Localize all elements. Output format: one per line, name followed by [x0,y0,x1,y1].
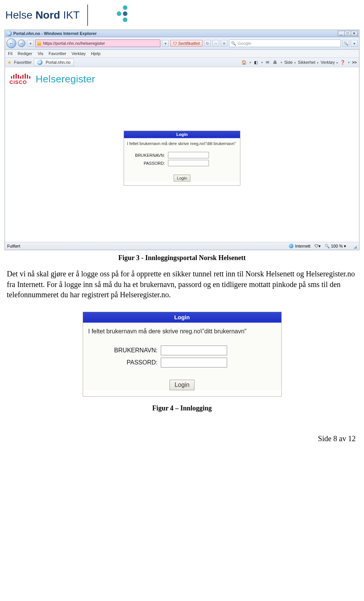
figure-4-caption: Figur 4 – Innlogging [0,404,364,412]
stop-button[interactable]: ✕ [221,40,228,47]
certificate-error-label: Sertifikatfeil [178,41,200,46]
favorites-label[interactable]: Favoritter [14,60,31,65]
print-icon[interactable]: 🖶 [273,60,278,65]
brand-divider [87,5,88,26]
shield-icon: 🛡 [173,41,177,46]
toolbar-side[interactable]: Side ▾ [284,60,296,65]
login-title: Login [124,131,240,138]
page-header: CISCO Helseregister [9,73,355,85]
tab-label: Portal.nhn.no [46,60,70,65]
address-dropdown-button[interactable]: ▾ [162,40,169,47]
page-title: Helseregister [36,73,95,85]
login-button[interactable]: Login [174,175,191,181]
home-icon[interactable]: 🏠 [242,60,247,65]
lock-icon [37,41,41,46]
refresh-button[interactable]: ↻ [204,40,211,47]
protected-mode-icon: 🛡▾ [314,244,321,249]
window-buttons: _ □ ✕ [338,31,358,36]
login-title-large: Login [83,312,281,323]
toolbar-verktoy[interactable]: Verktøy ▾ [321,60,338,65]
login-box-large: Login I feltet brukernavn må dere skrive… [83,312,282,397]
certificate-error-button[interactable]: 🛡 Sertifikatfeil [170,40,202,47]
window-title: Portal.nhn.no - Windows Internet Explore… [13,31,97,36]
status-bar: Fullført Internett 🛡▾ 🔍 100 % ▾ [5,242,359,250]
zoom-control[interactable]: 🔍 100 % ▾ [325,244,346,249]
titlebar: Portal.nhn.no - Windows Internet Explore… [5,30,359,37]
menu-verktoy[interactable]: Verktøy [72,51,86,56]
login-instruction-large: I feltet brukernavn må dere skrive nreg.… [83,323,281,342]
browser-tab[interactable]: Portal.nhn.no [34,58,74,66]
password-label: PASSORD: [132,161,168,166]
ie-icon [37,60,42,65]
maximize-button[interactable]: □ [344,31,351,36]
menu-bar: Fil Rediger Vis Favoritter Verktøy Hjelp [5,50,359,58]
favorites-star-icon[interactable]: ★ [7,60,12,65]
username-input-large[interactable] [161,345,227,355]
username-label: BRUKERNAVN: [132,153,168,158]
login-box-small: Login I feltet brukernavn må dere skrive… [124,131,240,186]
figure-3-caption: Figur 3 - Innloggingsportal Norsk Helsen… [0,254,364,262]
help-icon[interactable]: ❓ [340,60,345,65]
address-bar[interactable] [35,39,160,47]
zone-label: Internett [295,244,310,248]
forward-button[interactable]: → [18,39,25,47]
password-label-large: PASSORD: [98,359,161,366]
brand-dots-icon [108,4,131,27]
minimize-button[interactable]: _ [338,31,345,36]
nav-bar: ← → ▾ ▾ 🛡 Sertifikatfeil ↻ → ✕ 🔍 Google … [5,37,359,50]
username-input[interactable] [168,152,209,158]
page-content: CISCO Helseregister Login I feltet bruke… [5,67,359,242]
search-box[interactable]: 🔍 Google [229,39,341,47]
back-button[interactable]: ← [6,38,16,48]
menu-vis[interactable]: Vis [38,51,43,56]
globe-icon [289,244,293,248]
cisco-logo: CISCO [9,74,30,85]
password-input[interactable] [168,160,209,166]
search-icon: 🔍 [231,41,238,46]
password-input-large[interactable] [161,358,227,368]
body-paragraph: Det vi nå skal gjøre er å logge oss på f… [0,269,364,300]
toolbar-right: 🏠▾ ◧▾ ✉ 🖶▾ Side ▾ Sikkerhet ▾ Verktøy ▾ … [242,60,357,65]
status-text: Fullført [7,244,20,248]
login-button-large[interactable]: Login [169,380,194,390]
ie-icon [6,31,12,36]
toolbar-more[interactable]: >> [352,60,357,65]
brand-text-3: IKT [60,9,80,21]
brand-logo: Helse Nord IKT [5,9,80,21]
username-label-large: BRUKERNAVN: [98,347,161,354]
resize-grip[interactable] [351,243,357,249]
search-placeholder: Google [238,41,251,46]
history-dropdown-button[interactable]: ▾ [27,40,34,47]
address-input[interactable] [43,41,158,46]
menu-favoritter[interactable]: Favoritter [49,51,66,56]
login-instruction: I feltet brukernavn må dere skrive nreg.… [124,138,240,150]
toolbar-sikkerhet[interactable]: Sikkerhet ▾ [298,60,318,65]
close-button[interactable]: ✕ [351,31,358,36]
browser-window: Portal.nhn.no - Windows Internet Explore… [5,30,359,250]
favorites-bar: ★ Favoritter Portal.nhn.no 🏠▾ ◧▾ ✉ 🖶▾ Si… [5,58,359,67]
menu-rediger[interactable]: Rediger [18,51,33,56]
mail-icon[interactable]: ✉ [265,60,270,65]
menu-fil[interactable]: Fil [8,51,13,56]
search-options-button[interactable]: ▾ [351,40,358,47]
menu-hjelp[interactable]: Hjelp [91,51,100,56]
brand-text-2: Nord [35,9,60,21]
brand-text-1: Helse [5,9,35,21]
feeds-icon[interactable]: ◧ [253,60,259,65]
search-go-button[interactable]: 🔍 [342,40,349,47]
security-zone: Internett [289,244,310,248]
page-footer: Side 8 av 12 [0,419,364,451]
document-header: Helse Nord IKT [0,0,364,30]
cisco-text: CISCO [9,79,30,85]
go-button[interactable]: → [212,40,219,47]
